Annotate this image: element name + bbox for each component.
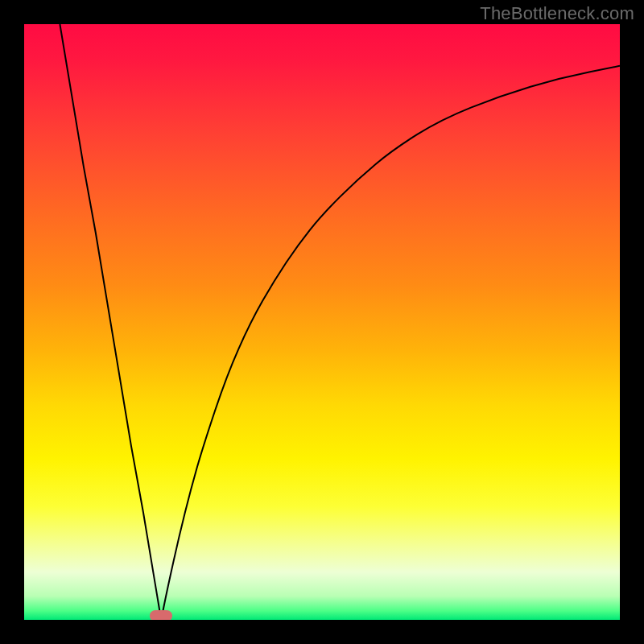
curve-path <box>60 24 620 620</box>
plot-area <box>24 24 620 620</box>
chart-frame: TheBottleneck.com <box>0 0 644 644</box>
watermark-text: TheBottleneck.com <box>480 3 634 24</box>
sweet-spot-marker <box>150 610 172 620</box>
bottleneck-curve <box>24 24 620 620</box>
